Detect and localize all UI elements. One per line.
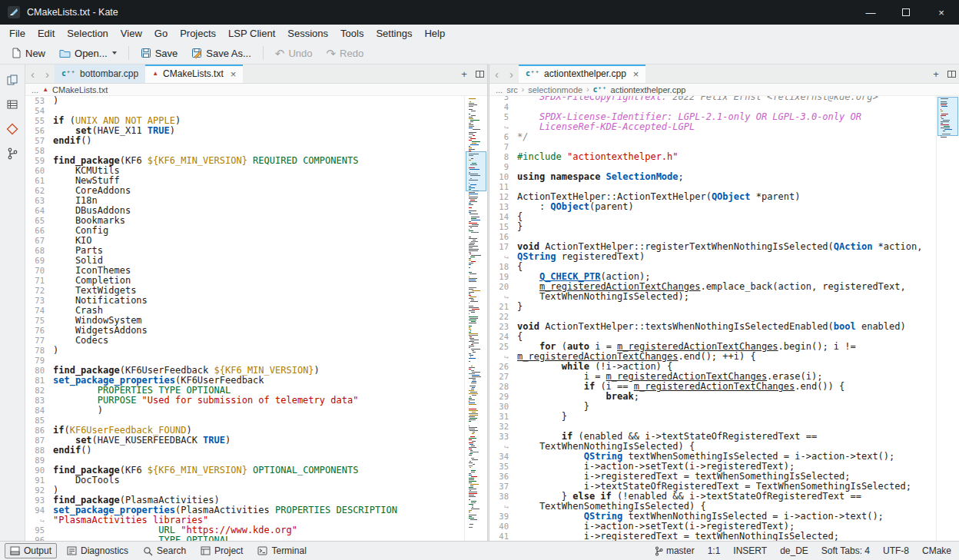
new-tab-icon[interactable]: + xyxy=(928,65,944,83)
breadcrumb-overflow[interactable]: ... xyxy=(32,85,38,94)
cursor-position-status[interactable]: 1:1 xyxy=(708,545,721,556)
diagnostics-button[interactable]: Diagnostics xyxy=(62,543,133,558)
code-line[interactable]: 53) xyxy=(25,96,487,106)
sidebar-git-button[interactable] xyxy=(2,118,23,140)
tab-label: CMakeLists.txt xyxy=(163,68,224,79)
menu-settings[interactable]: Settings xyxy=(370,25,418,42)
new-button[interactable]: New xyxy=(5,43,51,63)
minimize-button[interactable]: — xyxy=(853,0,888,25)
code-line[interactable]: 77 Codecs xyxy=(25,336,487,346)
close-tab-icon[interactable]: × xyxy=(633,69,639,79)
open-button[interactable]: Open... xyxy=(53,43,123,63)
breadcrumb-item[interactable]: src xyxy=(506,85,518,94)
editor-pane-left: ‹ › c⁺⁺ bottombar.cpp ▲ CMakeLists.txt ×… xyxy=(25,65,487,541)
code-line[interactable]: 41 i->registeredText = textWhenNothingIs… xyxy=(489,532,959,541)
code-line[interactable]: ↪QString registeredText) xyxy=(489,252,959,262)
editor-view-left[interactable]: 53)5455if (UNIX AND NOT APPLE)56 set(HAV… xyxy=(25,96,487,541)
tab-mode-status[interactable]: Soft Tabs: 4 xyxy=(821,545,870,556)
project-button[interactable]: Project xyxy=(196,543,247,558)
split-view-icon[interactable] xyxy=(472,65,487,83)
line-number: 9 xyxy=(489,162,517,172)
line-number: 38 xyxy=(489,492,517,502)
maximize-button[interactable] xyxy=(888,0,924,25)
code-line[interactable]: 23void ActionTextHelper::textsWhenNothin… xyxy=(489,322,959,332)
code-line[interactable]: 88endif() xyxy=(25,446,487,456)
menu-sessions[interactable]: Sessions xyxy=(281,25,334,42)
menu-lsp-client[interactable]: LSP Client xyxy=(222,25,281,42)
redo-button[interactable]: ↷ Redo xyxy=(320,43,370,63)
minimap-viewport[interactable] xyxy=(937,97,958,136)
menu-help[interactable]: Help xyxy=(418,25,451,42)
code-line[interactable]: 84 ) xyxy=(25,406,487,416)
tab-actiontexthelper-cpp[interactable]: c⁺⁺ actiontexthelper.cpp × xyxy=(519,65,645,83)
line-number: 54 xyxy=(25,106,53,116)
menu-selection[interactable]: Selection xyxy=(61,25,114,42)
close-button[interactable]: × xyxy=(924,0,959,25)
breadcrumb-file[interactable]: actiontexthelper.cpp xyxy=(611,85,686,94)
close-tab-icon[interactable]: × xyxy=(231,69,237,79)
save-as-button[interactable]: Save As... xyxy=(185,43,257,63)
sidebar-documents-button[interactable] xyxy=(2,69,23,91)
code-text: void ActionTextHelper::textsWhenNothingI… xyxy=(517,322,906,332)
code-line[interactable]: 14{ xyxy=(489,212,959,222)
code-line[interactable]: 87 set(HAVE_KUSERFEEDBACK TRUE) xyxy=(25,436,487,446)
code-line[interactable]: 21} xyxy=(489,302,959,312)
bottombar: Output Diagnostics Search Project Termin… xyxy=(0,541,959,560)
menu-edit[interactable]: Edit xyxy=(32,25,61,42)
line-number: 90 xyxy=(25,466,53,476)
undo-button[interactable]: ↶ Undo xyxy=(269,43,319,63)
minimap-scrollbar-left[interactable] xyxy=(464,96,487,541)
breadcrumb-overflow[interactable]: ... xyxy=(496,85,503,94)
sidebar-branches-button[interactable] xyxy=(2,143,23,164)
line-number: 76 xyxy=(25,326,53,336)
toolbar-separator xyxy=(263,46,264,60)
code-text: Codecs xyxy=(53,336,108,346)
terminal-button[interactable]: Terminal xyxy=(253,543,310,558)
code-line[interactable]: ↪ LicenseRef-KDE-Accepted-LGPL xyxy=(489,122,959,132)
code-line[interactable]: 96 TYPE OPTIONAL xyxy=(25,535,487,541)
code-line[interactable]: 6*/ xyxy=(489,132,959,142)
input-mode-status[interactable]: INSERT xyxy=(733,545,767,556)
history-back-button[interactable]: ‹ xyxy=(25,65,40,83)
tab-bottombar-cpp[interactable]: c⁺⁺ bottombar.cpp xyxy=(55,65,145,83)
menu-projects[interactable]: Projects xyxy=(174,25,222,42)
history-forward-button[interactable]: › xyxy=(40,65,55,83)
menu-tools[interactable]: Tools xyxy=(334,25,370,42)
code-line[interactable]: 13 : QObject(parent) xyxy=(489,202,959,212)
minimap-viewport[interactable] xyxy=(466,151,486,191)
code-line[interactable]: 15} xyxy=(489,222,959,232)
code-line[interactable]: 3 SPDX-FileCopyrightText: 2022 Felix Ern… xyxy=(489,96,959,102)
save-button[interactable]: Save xyxy=(134,43,184,63)
line-number: 6 xyxy=(489,132,517,142)
code-line[interactable]: 57endif() xyxy=(25,136,487,146)
tab-cmakelists-txt[interactable]: ▲ CMakeLists.txt × xyxy=(145,65,243,83)
line-number: 4 xyxy=(489,102,517,112)
code-line[interactable]: 8#include "actiontexthelper.h" xyxy=(489,152,959,162)
breadcrumb-item[interactable]: selectionmode xyxy=(528,85,582,94)
code-line[interactable]: 78) xyxy=(25,346,487,356)
syntax-mode-status[interactable]: CMake xyxy=(922,545,951,556)
output-button[interactable]: Output xyxy=(5,543,57,558)
history-back-button[interactable]: ‹ xyxy=(489,65,504,83)
sidebar-symbols-button[interactable] xyxy=(2,94,23,115)
editor-view-right[interactable]: 3 SPDX-FileCopyrightText: 2022 Felix Ern… xyxy=(489,96,959,541)
menu-go[interactable]: Go xyxy=(148,25,174,42)
code-line[interactable]: 10using namespace SelectionMode; xyxy=(489,172,959,182)
encoding-status[interactable]: UTF-8 xyxy=(883,545,909,556)
minimap-scrollbar-right[interactable] xyxy=(936,96,959,541)
code-line[interactable]: 56 set(HAVE_X11 TRUE) xyxy=(25,126,487,136)
code-line[interactable]: ↪ TextWhenNothingIsSelected); xyxy=(489,292,959,302)
dictionary-status[interactable]: de_DE xyxy=(780,545,808,556)
line-number: 64 xyxy=(25,206,53,216)
menu-file[interactable]: File xyxy=(3,25,32,42)
menu-view[interactable]: View xyxy=(114,25,148,42)
breadcrumb-file[interactable]: CMakeLists.txt xyxy=(52,85,108,94)
git-branch-status[interactable]: master xyxy=(655,545,695,556)
split-view-icon[interactable] xyxy=(944,65,959,83)
code-line[interactable]: 31 } xyxy=(489,412,959,422)
code-line[interactable]: 91 DocTools xyxy=(25,476,487,485)
history-forward-button[interactable]: › xyxy=(504,65,519,83)
new-tab-icon[interactable]: + xyxy=(456,65,472,83)
search-button[interactable]: Search xyxy=(138,543,191,558)
code-line[interactable]: 66 Config xyxy=(25,226,487,236)
